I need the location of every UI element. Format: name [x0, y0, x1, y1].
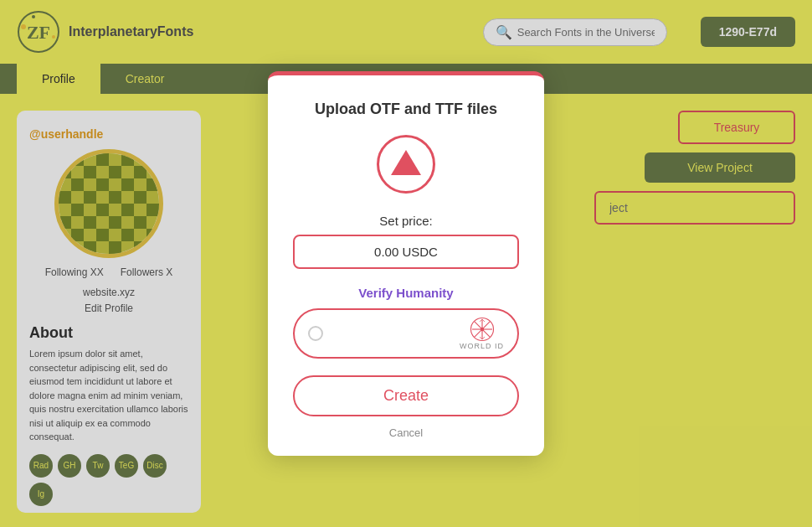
world-id-widget[interactable]: WORLD ID: [293, 308, 519, 359]
world-id-logo: WORLD ID: [460, 317, 504, 350]
modal-overlay: Upload OTF and TTF files Set price: Veri…: [0, 0, 812, 527]
world-id-radio[interactable]: [308, 326, 323, 341]
world-id-icon: [470, 317, 495, 342]
price-section: Set price:: [293, 214, 519, 269]
upload-triangle-icon: [391, 150, 421, 175]
price-input[interactable]: [293, 235, 519, 269]
world-id-text: WORLD ID: [460, 342, 504, 350]
svg-point-14: [480, 328, 484, 332]
price-label: Set price:: [293, 214, 519, 228]
verify-section: Verify Humanity: [293, 286, 519, 359]
create-button[interactable]: Create: [293, 375, 519, 416]
verify-label: Verify Humanity: [293, 286, 519, 300]
cancel-button[interactable]: Cancel: [293, 426, 519, 439]
upload-icon-area[interactable]: [293, 135, 519, 194]
upload-modal: Upload OTF and TTF files Set price: Veri…: [268, 71, 544, 456]
upload-button[interactable]: [377, 135, 435, 194]
modal-title: Upload OTF and TTF files: [293, 101, 519, 118]
